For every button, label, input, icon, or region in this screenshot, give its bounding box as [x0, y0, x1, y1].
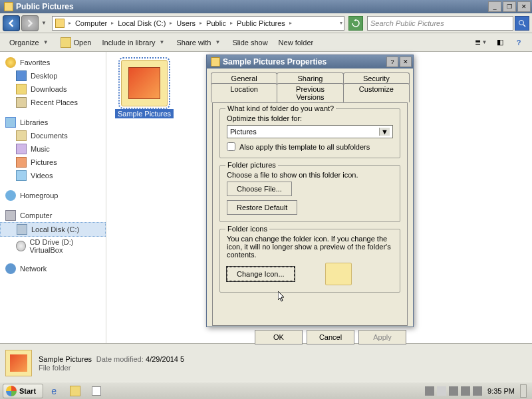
chevron-down-icon: ▼	[379, 128, 390, 136]
ok-button[interactable]: OK	[255, 330, 303, 344]
tab-customize[interactable]: Customize	[343, 83, 410, 102]
folder-icon	[4, 2, 13, 11]
share-with-button[interactable]: Share with ▼	[173, 37, 226, 49]
tab-previous-versions[interactable]: Previous Versions	[277, 83, 343, 102]
sidebar-item-pictures[interactable]: Pictures	[0, 156, 106, 169]
view-options-button[interactable]: ≣ ▼	[475, 36, 488, 49]
sidebar-computer[interactable]: Computer	[0, 209, 106, 222]
forward-button[interactable]	[21, 15, 39, 31]
dialog-close-button[interactable]: ✕	[400, 57, 412, 67]
tab-location[interactable]: Location	[211, 83, 277, 102]
address-dropdown[interactable]: ▾	[338, 20, 344, 26]
svg-point-0	[519, 20, 524, 25]
breadcrumb-seg[interactable]: Computer	[72, 17, 110, 30]
tray-volume-icon[interactable]	[473, 386, 482, 396]
taskbar-app[interactable]	[86, 384, 106, 398]
tab-general[interactable]: General	[211, 72, 277, 84]
command-toolbar: Organize ▼ Open Include in library ▼ Sha…	[0, 33, 532, 52]
properties-dialog: Sample Pictures Properties ? ✕ General S…	[206, 55, 414, 327]
desktop-icon	[16, 70, 27, 81]
close-button[interactable]: ✕	[517, 1, 531, 12]
help-button[interactable]: ?	[512, 36, 525, 49]
slide-show-button[interactable]: Slide show	[228, 37, 271, 49]
sidebar-item-local-disk[interactable]: Local Disk (C:)	[0, 222, 106, 237]
sidebar-libraries[interactable]: Libraries	[0, 116, 106, 129]
start-button[interactable]: Start	[3, 384, 43, 398]
tray-clock[interactable]: 9:35 PM	[485, 387, 517, 395]
apply-button[interactable]: Apply	[358, 330, 406, 344]
folder-icon	[70, 386, 80, 396]
open-button[interactable]: Open	[57, 35, 96, 50]
computer-icon	[5, 210, 16, 221]
sidebar-favorites[interactable]: Favorites	[0, 56, 106, 69]
groupbox-folder-pictures: Folder pictures Choose a file to show on…	[219, 165, 400, 222]
pictures-icon	[16, 157, 27, 168]
sidebar-item-videos[interactable]: Videos	[0, 169, 106, 182]
groupbox-folder-kind: What kind of folder do you want? Optimiz…	[219, 108, 400, 158]
folder-open-icon	[61, 37, 71, 48]
refresh-button[interactable]	[348, 16, 363, 31]
details-thumbnail	[5, 350, 32, 376]
network-icon	[5, 263, 16, 274]
dialog-help-button[interactable]: ?	[386, 57, 398, 67]
music-icon	[16, 144, 27, 154]
breadcrumb-seg[interactable]: Public	[203, 17, 229, 30]
breadcrumb-seg[interactable]: Users	[174, 17, 198, 30]
groupbox-folder-icons: Folder icons You can change the folder i…	[219, 229, 400, 293]
nav-bar: ▼ ▸ Computer▸ Local Disk (C:)▸ Users▸ Pu…	[0, 13, 532, 33]
tab-sharing[interactable]: Sharing	[277, 72, 343, 84]
taskbar-ie[interactable]: e	[44, 384, 64, 398]
library-icon	[5, 117, 16, 128]
apply-subfolders-checkbox[interactable]: Also apply this template to all subfolde…	[227, 142, 393, 151]
show-desktop-button[interactable]	[520, 384, 527, 398]
address-bar[interactable]: ▸ Computer▸ Local Disk (C:)▸ Users▸ Publ…	[52, 16, 344, 31]
window-titlebar: Public Pictures _ ❐ ✕	[0, 0, 532, 13]
svg-line-1	[523, 25, 525, 27]
back-button[interactable]	[3, 15, 20, 31]
videos-icon	[16, 170, 27, 181]
folder-thumbnail	[121, 60, 168, 106]
sidebar-item-documents[interactable]: Documents	[0, 129, 106, 142]
windows-orb-icon	[6, 386, 17, 396]
preview-pane-button[interactable]: ◧	[493, 36, 507, 49]
tab-security[interactable]: Security	[343, 72, 410, 84]
tray-icon[interactable]	[425, 386, 434, 396]
optimize-for-dropdown[interactable]: Pictures ▼	[227, 125, 393, 138]
tray-network-icon[interactable]	[461, 386, 470, 396]
choose-file-button[interactable]: Choose File...	[227, 182, 292, 196]
sidebar-item-downloads[interactable]: Downloads	[0, 82, 106, 96]
cd-icon	[16, 241, 26, 251]
include-in-library-button[interactable]: Include in library ▼	[98, 37, 170, 49]
search-input[interactable]: Search Public Pictures	[367, 16, 513, 31]
sidebar-network[interactable]: Network	[0, 262, 106, 275]
minimize-button[interactable]: _	[488, 1, 501, 12]
organize-button[interactable]: Organize ▼	[5, 37, 54, 49]
tray-flag-icon[interactable]	[437, 386, 446, 396]
sidebar-item-music[interactable]: Music	[0, 142, 106, 156]
nav-history-dropdown[interactable]: ▼	[40, 20, 48, 26]
restore-button[interactable]: ❐	[503, 1, 516, 12]
search-button[interactable]	[515, 16, 529, 31]
cancel-button[interactable]: Cancel	[307, 330, 354, 344]
homegroup-icon	[5, 190, 16, 201]
sidebar-homegroup[interactable]: Homegroup	[0, 189, 106, 202]
dialog-title: Sample Pictures Properties	[223, 57, 386, 66]
folder-item-sample-pictures[interactable]: Sample Pictures	[114, 60, 174, 118]
breadcrumb-seg[interactable]: Local Disk (C:)	[115, 17, 168, 30]
sidebar-item-desktop[interactable]: Desktop	[0, 69, 106, 82]
taskbar-explorer[interactable]	[65, 384, 85, 398]
folder-label: Sample Pictures	[115, 109, 174, 118]
restore-default-button[interactable]: Restore Default	[227, 200, 297, 215]
recent-icon	[16, 97, 27, 108]
new-folder-button[interactable]: New folder	[275, 37, 318, 49]
sidebar-item-recent-places[interactable]: Recent Places	[0, 96, 106, 109]
tray-icon[interactable]	[449, 386, 458, 396]
taskbar: Start e 9:35 PM	[0, 382, 532, 399]
change-icon-button[interactable]: Change Icon...	[227, 267, 295, 281]
system-tray: 9:35 PM	[425, 384, 529, 398]
sidebar-item-cd-drive[interactable]: CD Drive (D:) VirtualBox	[0, 237, 106, 255]
folder-icon	[211, 57, 220, 66]
breadcrumb-seg[interactable]: Public Pictures	[234, 17, 288, 30]
downloads-icon	[16, 84, 27, 94]
tab-panel-customize: What kind of folder do you want? Optimiz…	[212, 102, 408, 326]
